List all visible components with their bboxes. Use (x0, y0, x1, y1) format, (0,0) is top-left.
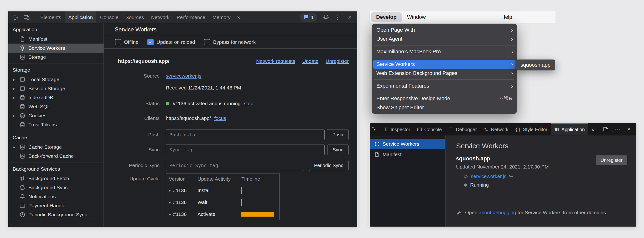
inspect-element-icon[interactable] (11, 12, 21, 23)
unregister-button[interactable]: Unregister (596, 155, 627, 165)
sidebar-section-storage[interactable]: Storage (8, 65, 104, 75)
worker-file-link[interactable]: serviceworker.js (471, 173, 506, 180)
tab-inspector[interactable]: Inspector (380, 123, 414, 135)
offline-checkbox-group[interactable]: Offline (115, 39, 138, 45)
menu-item-macbook-pro[interactable]: Maximiliano’s MacBook Pro › (372, 47, 517, 56)
close-icon[interactable]: × (344, 12, 355, 23)
device-toolbar-icon[interactable] (21, 12, 32, 23)
table-row-version[interactable]: ▸ #1136 (166, 196, 198, 208)
expander-icon[interactable]: ▸ (169, 200, 171, 205)
sync-button[interactable]: Sync (327, 144, 349, 155)
menu-item-web-extension-background-pages[interactable]: Web Extension Background Pages › (372, 69, 517, 78)
bypass-for-network-checkbox-group[interactable]: Bypass for network (204, 39, 256, 45)
sidebar-item-web-sql[interactable]: Web SQL (8, 102, 104, 111)
sidebar-item-session-storage[interactable]: ▸ Session Storage (8, 84, 104, 93)
menubar-item-window[interactable]: Window (402, 12, 431, 22)
periodic-sync-button[interactable]: Periodic Sync (309, 160, 349, 171)
focus-link[interactable]: focus (214, 114, 226, 122)
responsive-design-mode-icon[interactable] (600, 123, 612, 135)
close-icon[interactable]: × (623, 123, 634, 135)
table-row-version[interactable]: ▸ #1136 (166, 184, 198, 196)
sidebar-item-background-sync[interactable]: Background Sync (8, 183, 104, 192)
more-tabs-icon[interactable]: » (234, 11, 244, 23)
sidebar-item-local-storage[interactable]: ▸ Local Storage (8, 75, 104, 84)
sidebar-item-manifest[interactable]: Manifest (370, 149, 445, 160)
sidebar-item-service-workers[interactable]: Service Workers (8, 44, 104, 53)
kebab-menu-icon[interactable]: ⋮ (332, 12, 343, 23)
periodic-sync-tag-input[interactable] (166, 160, 303, 171)
update-on-reload-checkbox[interactable]: ✓ (148, 39, 154, 45)
issues-counter[interactable]: 1 (300, 13, 317, 22)
manifest-icon (19, 36, 26, 42)
sidebar-item-background-fetch[interactable]: Background Fetch (8, 174, 104, 183)
sidebar-item-trust-tokens[interactable]: Trust Tokens (8, 120, 104, 129)
tab-elements[interactable]: Elements (37, 11, 65, 23)
service-worker-details: https://squoosh.app/ Network requests Up… (104, 49, 357, 227)
tab-console[interactable]: Console (414, 123, 445, 135)
sidebar-section-cache[interactable]: Cache (8, 132, 104, 142)
sidebar-item-service-workers[interactable]: Service Workers (370, 139, 445, 149)
expander-icon[interactable]: ▸ (13, 86, 19, 91)
tab-network[interactable]: Network (480, 123, 512, 135)
tab-console[interactable]: Console (96, 11, 122, 23)
push-button[interactable]: Push (327, 129, 349, 140)
expander-icon[interactable]: ▸ (13, 145, 19, 150)
expander-icon[interactable]: ▸ (13, 113, 19, 118)
service-workers-submenu-item[interactable]: squoosh.app (516, 59, 555, 70)
sidebar-item-label: Storage (28, 54, 46, 60)
more-tabs-icon[interactable]: » (588, 123, 598, 135)
menu-item-experimental-features[interactable]: Experimental Features › (372, 81, 517, 91)
develop-menu-dropdown: Open Page With › User Agent › Maximilian… (372, 24, 517, 114)
menu-item-show-snippet-editor[interactable]: Show Snippet Editor (372, 103, 517, 112)
sidebar-section-application[interactable]: Application (8, 24, 104, 34)
about-debugging-link[interactable]: about:debugging (479, 210, 516, 215)
issues-count: 1 (311, 14, 314, 20)
menubar-item-develop[interactable]: Develop (371, 12, 402, 22)
source-row: Source serviceworker.js Received 11/24/2… (104, 72, 349, 92)
tab-memory[interactable]: Memory (209, 11, 234, 23)
network-requests-link[interactable]: Network requests (256, 58, 295, 64)
menu-item-service-workers[interactable]: Service Workers › (373, 60, 516, 69)
tab-application[interactable]: Application (551, 123, 588, 135)
expander-icon[interactable]: ▸ (13, 95, 19, 100)
expander-icon[interactable]: ▸ (169, 212, 171, 217)
inspector-icon (383, 127, 388, 132)
bypass-for-network-checkbox[interactable] (204, 39, 210, 45)
sync-tag-input[interactable] (166, 144, 324, 155)
offline-checkbox[interactable] (115, 39, 121, 45)
tab-sources[interactable]: Sources (122, 11, 148, 23)
table-row-version[interactable]: ▸ #1136 (166, 208, 198, 220)
stop-link[interactable]: stop (244, 99, 253, 108)
sidebar-item-payment-handler[interactable]: Payment Handler (8, 201, 104, 210)
tab-performance[interactable]: Performance (173, 11, 209, 23)
settings-gear-icon[interactable] (320, 12, 331, 23)
menu-item-user-agent[interactable]: User Agent › (372, 34, 517, 44)
sidebar-item-back-forward-cache[interactable]: Back-forward Cache (8, 152, 104, 161)
sidebar-item-cookies[interactable]: ▸ Cookies (8, 111, 104, 120)
tab-debugger[interactable]: Debugger (445, 123, 480, 135)
sidebar-item-manifest[interactable]: Manifest (8, 34, 104, 44)
sidebar-item-label: Background Fetch (28, 176, 69, 181)
expander-icon[interactable]: ▸ (169, 188, 171, 193)
sidebar-item-notifications[interactable]: Notifications (8, 192, 104, 201)
update-on-reload-checkbox-group[interactable]: ✓ Update on reload (148, 39, 195, 45)
tab-application[interactable]: Application (65, 11, 96, 23)
tab-style-editor[interactable]: {} Style Editor (512, 123, 550, 135)
sidebar-item-cache-storage[interactable]: ▸ Cache Storage (8, 142, 104, 152)
menubar-item-help[interactable]: Help (496, 12, 517, 22)
sidebar-item-storage[interactable]: Storage (8, 53, 104, 62)
sidebar-item-indexeddb[interactable]: ▸ IndexedDB (8, 93, 104, 102)
jump-to-debugger-icon[interactable]: ↪ (509, 173, 513, 180)
sidebar-section-background-services[interactable]: Background Services (8, 164, 104, 174)
menu-item-open-page-with[interactable]: Open Page With › (372, 25, 517, 34)
push-data-input[interactable] (166, 129, 324, 140)
sidebar-item-periodic-background-sync[interactable]: Periodic Background Sync (8, 210, 104, 219)
menu-item-enter-responsive-design-mode[interactable]: Enter Responsive Design Mode ^⌘R (372, 94, 517, 103)
update-link[interactable]: Update (302, 58, 318, 64)
tab-network[interactable]: Network (148, 11, 173, 23)
unregister-link[interactable]: Unregister (326, 58, 349, 64)
expander-icon[interactable]: ▸ (13, 77, 19, 82)
pick-element-icon[interactable] (370, 123, 378, 135)
source-file-link[interactable]: serviceworker.js (166, 73, 201, 79)
meatball-menu-icon[interactable]: ⋯ (612, 123, 623, 135)
